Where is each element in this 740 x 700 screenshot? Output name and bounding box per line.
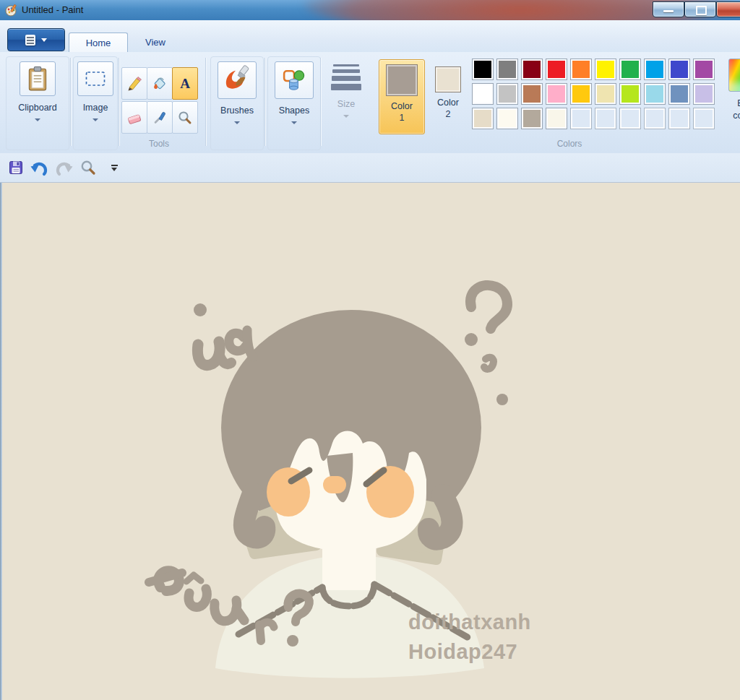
fill-tool-button[interactable]: [147, 67, 173, 100]
color2-button[interactable]: Color 2: [429, 59, 467, 133]
palette-swatch[interactable]: [668, 83, 690, 105]
color1-button[interactable]: Color 1: [379, 59, 425, 134]
palette-swatch[interactable]: [521, 59, 543, 80]
save-icon: [8, 160, 24, 176]
colors-group-label: Colors: [472, 139, 667, 149]
palette-swatch[interactable]: [595, 83, 616, 105]
brush-icon: [218, 61, 257, 99]
palette-swatch[interactable]: [619, 83, 641, 105]
group-separator: [119, 58, 119, 146]
tab-view[interactable]: View: [130, 33, 181, 52]
palette-swatch-empty[interactable]: [619, 108, 641, 129]
undo-button[interactable]: [29, 158, 49, 177]
tools-group-label: Tools: [121, 139, 197, 149]
brushes-button[interactable]: Brushes: [210, 56, 264, 150]
eraser-icon: [126, 110, 142, 126]
color1-label: Color 1: [387, 100, 416, 124]
palette-swatch[interactable]: [496, 83, 518, 105]
palette-swatch-empty[interactable]: [693, 108, 715, 129]
palette-swatch[interactable]: [521, 108, 543, 129]
clipboard-button[interactable]: Clipboard: [6, 56, 69, 150]
palette-swatch[interactable]: [472, 83, 494, 105]
group-separator: [70, 58, 71, 146]
size-button[interactable]: Size: [323, 56, 369, 150]
palette-swatch[interactable]: [644, 59, 666, 80]
palette-swatch[interactable]: [595, 59, 616, 80]
menu-file-icon: [25, 35, 35, 46]
save-button[interactable]: [6, 158, 26, 177]
text-tool-button[interactable]: A: [172, 67, 198, 100]
color2-label: Color 2: [434, 97, 462, 120]
handwriting-ua: [194, 303, 253, 366]
quick-access-toolbar: [0, 153, 740, 183]
group-separator: [205, 58, 206, 146]
palette-swatch[interactable]: [546, 59, 567, 80]
select-icon: [77, 61, 113, 96]
image-label: Image: [83, 103, 108, 113]
overline-icon: [111, 165, 118, 166]
palette-swatch[interactable]: [693, 83, 715, 105]
maximize-button[interactable]: [684, 1, 716, 17]
redo-button[interactable]: [53, 158, 74, 177]
shapes-button[interactable]: Shapes: [267, 56, 321, 150]
palette-swatch[interactable]: [570, 83, 592, 105]
chevron-down-icon: [41, 38, 47, 42]
shapes-icon: [275, 61, 314, 99]
paint-window: Untitled - Paint Home View: [0, 0, 740, 700]
palette-swatch-empty[interactable]: [668, 108, 690, 129]
group-separator: [264, 58, 265, 146]
drawing: [0, 183, 740, 700]
pencil-tool-button[interactable]: [121, 67, 147, 100]
application-menu-button[interactable]: [7, 28, 65, 51]
edit-colors-icon: [728, 59, 740, 92]
eraser-tool-button[interactable]: [121, 101, 147, 134]
palette-swatch[interactable]: [496, 108, 518, 129]
palette-swatch[interactable]: [619, 59, 641, 80]
size-label: Size: [337, 99, 355, 109]
close-button[interactable]: [716, 1, 740, 17]
palette-swatch[interactable]: [693, 59, 715, 80]
palette-swatch[interactable]: [570, 59, 592, 80]
clipboard-label: Clipboard: [18, 103, 57, 113]
minimize-button[interactable]: [653, 1, 684, 17]
palette-swatch[interactable]: [546, 83, 567, 105]
magnifier-tool-button[interactable]: [172, 101, 198, 134]
zoom-button[interactable]: [78, 158, 98, 177]
palette-swatch[interactable]: [496, 59, 518, 80]
watermark: doithatxanh Hoidap247: [408, 608, 531, 667]
palette-swatch[interactable]: [521, 83, 543, 105]
paint-app-icon: [5, 4, 18, 17]
eyedropper-icon: [152, 110, 168, 126]
watermark-line1: doithatxanh: [408, 608, 531, 637]
pencil-icon: [126, 76, 142, 92]
palette-swatch-empty[interactable]: [644, 108, 666, 129]
watermark-line2: Hoidap247: [408, 637, 531, 667]
window-title: Untitled - Paint: [22, 4, 83, 15]
edit-colors-label: Edit colors: [728, 98, 740, 122]
qat-customize-button[interactable]: [104, 158, 124, 177]
ribbon-tab-row: Home View: [0, 20, 740, 52]
palette-swatch[interactable]: [668, 59, 690, 80]
palette-swatch-empty[interactable]: [570, 108, 592, 129]
text-tool-icon: A: [180, 77, 190, 90]
window-left-border: [0, 183, 2, 700]
palette-swatch[interactable]: [472, 108, 494, 129]
color-picker-tool-button[interactable]: [147, 101, 173, 134]
fill-bucket-icon: [152, 76, 168, 92]
edit-colors-button[interactable]: Edit colors: [720, 59, 740, 122]
palette-swatch-empty[interactable]: [595, 108, 616, 129]
undo-icon: [30, 159, 49, 176]
palette-swatch[interactable]: [472, 59, 494, 80]
redo-icon: [54, 159, 74, 176]
image-button[interactable]: Image: [73, 56, 118, 150]
brushes-label: Brushes: [220, 105, 254, 116]
tab-home[interactable]: Home: [69, 33, 128, 53]
group-separator: [320, 58, 321, 146]
canvas[interactable]: doithatxanh Hoidap247: [0, 183, 740, 700]
chevron-down-icon: [343, 115, 349, 118]
palette-swatch[interactable]: [546, 108, 567, 129]
titlebar: Untitled - Paint: [0, 0, 740, 20]
palette-swatch[interactable]: [644, 83, 666, 105]
minimize-icon: [663, 10, 674, 12]
chevron-down-icon: [291, 121, 297, 124]
